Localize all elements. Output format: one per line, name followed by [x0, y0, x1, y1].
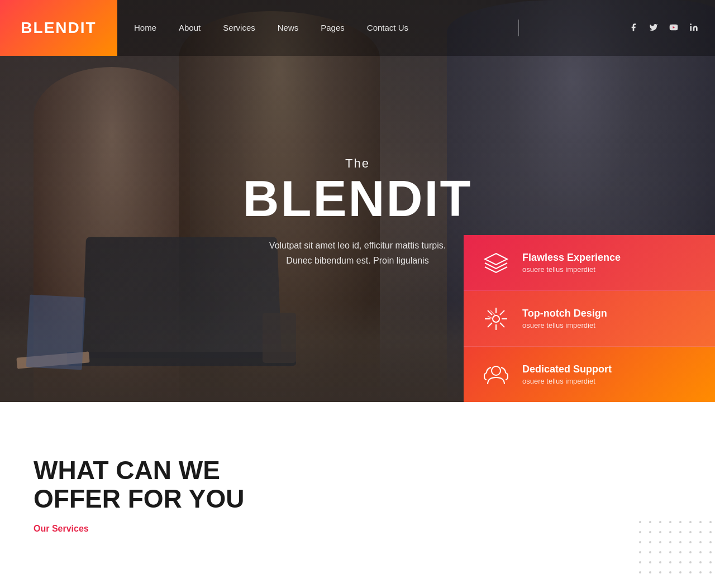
- dot: [669, 521, 671, 523]
- svg-point-4: [493, 315, 499, 322]
- dot: [709, 541, 712, 543]
- svg-point-15: [492, 366, 500, 375]
- dot: [709, 531, 712, 533]
- offer-title: WHAT CAN WE OFFER FOR YOU: [34, 456, 324, 513]
- logo-box: BLENDIT: [0, 0, 117, 56]
- feature-cards: Flawless Experience osuere tellus imperd…: [464, 235, 715, 402]
- dot: [639, 531, 641, 533]
- feature-card-flawless: Flawless Experience osuere tellus imperd…: [464, 235, 715, 291]
- svg-point-2: [690, 23, 692, 25]
- dot: [679, 531, 681, 533]
- dot: [669, 571, 671, 573]
- nav-link-services[interactable]: Services: [223, 23, 255, 32]
- dot: [679, 561, 681, 563]
- dot: [669, 541, 671, 543]
- offer-left: WHAT CAN WE OFFER FOR YOU Our Services: [0, 402, 358, 588]
- dot: [699, 551, 702, 553]
- dot: [679, 551, 681, 553]
- nav-link-news[interactable]: News: [278, 23, 299, 32]
- logo-text: BLENDIT: [21, 19, 96, 37]
- dot: [649, 531, 651, 533]
- offer-subtitle: Our Services: [34, 524, 324, 534]
- dot: [709, 561, 712, 563]
- dots-pattern: [639, 521, 715, 577]
- dot: [689, 551, 692, 553]
- dot: [689, 531, 692, 533]
- dot: [659, 541, 661, 543]
- dot: [679, 571, 681, 573]
- dot: [709, 521, 712, 523]
- design-icon: [480, 303, 511, 334]
- twitter-icon[interactable]: [649, 23, 658, 34]
- nav-item-services[interactable]: Services: [223, 23, 255, 33]
- dot: [659, 561, 661, 563]
- nav-link-about[interactable]: About: [179, 23, 201, 32]
- nav-item-contact[interactable]: Contact Us: [367, 23, 408, 33]
- dot: [649, 521, 651, 523]
- feature-desc-support: osuere tellus imperdiet: [522, 377, 612, 385]
- feature-desc-flawless: osuere tellus imperdiet: [522, 265, 621, 274]
- nav-link-pages[interactable]: Pages: [321, 23, 345, 32]
- dot: [639, 521, 641, 523]
- nav-item-about[interactable]: About: [179, 23, 201, 33]
- dot: [639, 561, 641, 563]
- nav-link-home[interactable]: Home: [134, 23, 156, 32]
- svg-line-12: [488, 323, 492, 327]
- svg-rect-1: [690, 26, 692, 31]
- dot: [689, 521, 692, 523]
- dot: [659, 531, 661, 533]
- dot: [699, 541, 702, 543]
- social-icons: [629, 23, 698, 34]
- dot: [639, 571, 641, 573]
- dot: [649, 571, 651, 573]
- hero-content: The BLENDIT Volutpat sit amet leo id, ef…: [243, 156, 473, 268]
- hero-title: BLENDIT: [243, 174, 473, 224]
- nav-item-news[interactable]: News: [278, 23, 299, 33]
- dot: [649, 541, 651, 543]
- dot: [699, 571, 702, 573]
- dot: [669, 551, 671, 553]
- feature-title-support: Dedicated Support: [522, 364, 612, 375]
- dot: [649, 551, 651, 553]
- dot: [689, 571, 692, 573]
- dot: [659, 521, 661, 523]
- svg-line-13: [490, 310, 496, 316]
- facebook-icon[interactable]: [629, 23, 638, 34]
- offer-right: [358, 402, 715, 588]
- nav-divider: [518, 20, 519, 36]
- dot: [669, 531, 671, 533]
- dot: [699, 561, 702, 563]
- support-icon: [480, 359, 511, 390]
- nav-item-home[interactable]: Home: [134, 23, 156, 33]
- feature-title-flawless: Flawless Experience: [522, 252, 621, 264]
- svg-line-11: [500, 310, 504, 315]
- feature-text-support: Dedicated Support osuere tellus imperdie…: [522, 364, 612, 385]
- dot: [639, 541, 641, 543]
- nav-item-pages[interactable]: Pages: [321, 23, 345, 33]
- nav-links: Home About Services News Pages Contact U…: [134, 23, 408, 33]
- feature-text-design: Top-notch Design osuere tellus imperdiet: [522, 308, 607, 329]
- dot: [699, 531, 702, 533]
- youtube-icon[interactable]: [669, 23, 678, 34]
- linkedin-icon[interactable]: [689, 23, 698, 34]
- feature-text-flawless: Flawless Experience osuere tellus imperd…: [522, 252, 621, 274]
- hero-subtitle: Volutpat sit amet leo id, efficitur matt…: [243, 238, 473, 268]
- dot: [709, 551, 712, 553]
- dot: [689, 561, 692, 563]
- svg-line-10: [500, 323, 504, 327]
- feature-title-design: Top-notch Design: [522, 308, 607, 319]
- hero-the-label: The: [243, 156, 473, 171]
- dot: [709, 571, 712, 573]
- svg-marker-3: [485, 254, 507, 265]
- feature-card-support: Dedicated Support osuere tellus imperdie…: [464, 347, 715, 402]
- feature-desc-design: osuere tellus imperdiet: [522, 321, 607, 329]
- dot: [649, 561, 651, 563]
- nav-link-contact[interactable]: Contact Us: [367, 23, 408, 32]
- hero-section: The BLENDIT Volutpat sit amet leo id, ef…: [0, 0, 715, 402]
- dot: [699, 521, 702, 523]
- dot: [659, 551, 661, 553]
- layers-icon: [480, 247, 511, 278]
- dot: [679, 521, 681, 523]
- feature-card-design: Top-notch Design osuere tellus imperdiet: [464, 291, 715, 347]
- dot: [689, 541, 692, 543]
